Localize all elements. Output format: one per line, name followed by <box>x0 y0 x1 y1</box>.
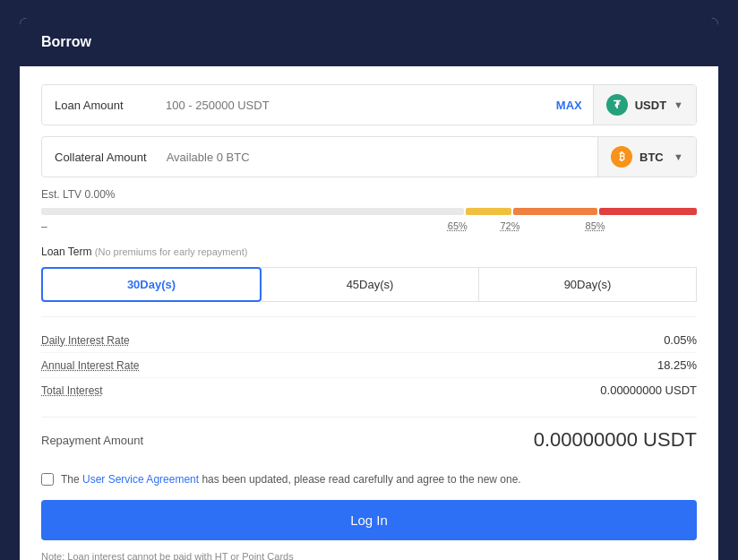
loan-currency-name: USDT <box>635 99 666 112</box>
agreement-row: The User Service Agreement has been upda… <box>41 473 697 486</box>
repayment-label: Repayment Amount <box>41 434 143 447</box>
total-interest-row: Total Interest 0.00000000 USDT <box>41 378 697 402</box>
ltv-marker-65: 65% <box>448 220 468 231</box>
card-header: Borrow <box>20 18 718 66</box>
daily-interest-value: 0.05% <box>664 333 697 347</box>
loan-amount-input[interactable] <box>159 86 545 125</box>
term-90-button[interactable]: 90Day(s) <box>478 267 697 302</box>
ltv-dash: – <box>41 220 47 233</box>
ltv-label: Est. LTV 0.00% <box>41 188 697 201</box>
ltv-markers: – 65% 72% 85% <box>41 220 697 238</box>
repayment-amount: 0.00000000 USDT <box>534 428 697 452</box>
loan-term-label: Loan Term (No premiums for early repayme… <box>41 246 697 258</box>
collateral-currency-name: BTC <box>639 151 664 164</box>
loan-amount-row: Loan Amount MAX ₮ USDT ▼ <box>41 84 697 125</box>
ltv-segment-empty <box>41 208 464 215</box>
ltv-marker-72: 72% <box>500 220 519 231</box>
login-button[interactable]: Log In <box>41 500 697 540</box>
agreement-link[interactable]: User Service Agreement <box>82 473 199 486</box>
daily-interest-label: Daily Interest Rate <box>41 334 130 347</box>
total-interest-value: 0.00000000 USDT <box>600 383 697 397</box>
collateral-amount-label: Collateral Amount <box>42 151 159 164</box>
annual-interest-row: Annual Interest Rate 18.25% <box>41 353 697 378</box>
annual-interest-label: Annual Interest Rate <box>41 359 139 372</box>
divider-2 <box>41 417 697 418</box>
agreement-text: The User Service Agreement has been upda… <box>61 473 521 486</box>
card-body: Loan Amount MAX ₮ USDT ▼ Collateral Amou… <box>20 66 718 560</box>
collateral-amount-input[interactable] <box>159 138 597 177</box>
loan-amount-label: Loan Amount <box>42 99 159 112</box>
loan-currency-chevron: ▼ <box>674 99 683 110</box>
collateral-currency-selector[interactable]: ₿ BTC ▼ <box>597 137 696 177</box>
ltv-segment-yellow <box>466 208 511 215</box>
loan-term-note-text: (No premiums for early repayment) <box>95 246 248 257</box>
divider-1 <box>41 316 697 317</box>
collateral-currency-chevron: ▼ <box>674 151 683 162</box>
note-text: Note: Loan interest cannot be paid with … <box>41 551 697 560</box>
annual-interest-value: 18.25% <box>657 358 697 372</box>
daily-interest-row: Daily Interest Rate 0.05% <box>41 328 697 353</box>
max-button[interactable]: MAX <box>545 99 593 112</box>
interest-section: Daily Interest Rate 0.05% Annual Interes… <box>41 328 697 402</box>
ltv-bar <box>41 208 697 215</box>
term-buttons: 30Day(s) 45Day(s) 90Day(s) <box>41 267 697 302</box>
collateral-amount-row: Collateral Amount ₿ BTC ▼ <box>41 136 697 177</box>
term-30-button[interactable]: 30Day(s) <box>41 267 262 302</box>
ltv-marker-85: 85% <box>586 220 605 231</box>
agreement-checkbox[interactable] <box>41 473 54 486</box>
term-45-button[interactable]: 45Day(s) <box>262 267 478 302</box>
ltv-segment-red <box>599 208 697 215</box>
usdt-icon: ₮ <box>606 94 628 116</box>
btc-icon: ₿ <box>611 146 632 168</box>
loan-currency-selector[interactable]: ₮ USDT ▼ <box>593 85 696 125</box>
ltv-segment-orange <box>513 208 597 215</box>
page-title: Borrow <box>41 34 91 49</box>
loan-term-title: Loan Term <box>41 246 91 258</box>
repayment-section: Repayment Amount 0.00000000 USDT <box>41 428 697 459</box>
ltv-section: Est. LTV 0.00% – 65% 72% 85% <box>41 188 697 238</box>
loan-term-section: Loan Term (No premiums for early repayme… <box>41 246 697 302</box>
total-interest-label: Total Interest <box>41 384 103 397</box>
borrow-card: Borrow Loan Amount MAX ₮ USDT ▼ Collater… <box>20 18 718 560</box>
